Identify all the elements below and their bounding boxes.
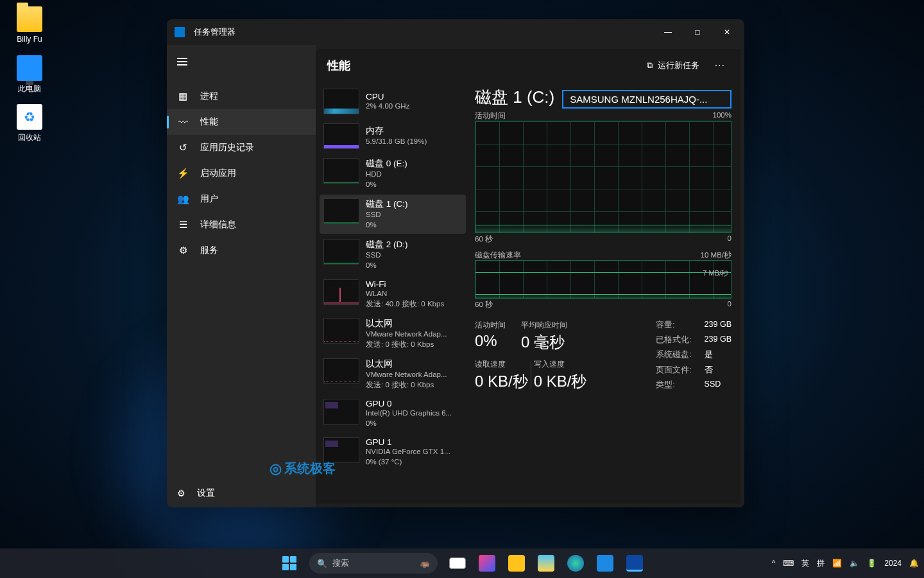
perf-sub1: VMware Network Adap... [366, 329, 447, 340]
read-speed-value: 0 KB/秒 [475, 371, 528, 392]
nav-icon: ⚙ [177, 245, 189, 256]
perf-thumb [323, 198, 359, 224]
transfer-graph-label: 磁盘传输速率 [475, 250, 521, 260]
perf-sub1: VMware Network Adap... [366, 370, 447, 380]
taskbar-app-store[interactable] [592, 550, 619, 577]
task-view-button[interactable] [444, 550, 471, 577]
performance-list[interactable]: CPU2% 4.00 GHz内存5.9/31.8 GB (19%)磁盘 0 (E… [316, 82, 470, 504]
prop-value: 239 GB [705, 335, 732, 347]
activity-graph [475, 121, 732, 233]
taskbar-app-taskmgr[interactable] [621, 550, 648, 577]
nav-label: 详细信息 [200, 219, 236, 231]
perf-item-2[interactable]: 磁盘 0 (E:)HDD0% [320, 154, 466, 193]
nav-label: 服务 [200, 245, 218, 256]
perf-sub1: Intel(R) UHD Graphics 6... [366, 408, 452, 419]
desktop-icon-recycle-bin[interactable]: 回收站 [4, 104, 55, 143]
ime-lang[interactable]: 英 [801, 558, 809, 569]
perf-sub1: WLAN [366, 289, 444, 299]
detail-title: 磁盘 1 (C:) [475, 86, 554, 109]
desktop-icon-folder[interactable]: Billy Fu [4, 6, 55, 44]
perf-thumb [323, 318, 359, 344]
search-icon: 🔍 [317, 559, 327, 568]
transfer-mid: 7 MB/秒 [703, 268, 728, 278]
watermark: 系统极客 [270, 460, 336, 477]
sidebar-item-2[interactable]: ↺应用历史记录 [167, 135, 316, 161]
perf-thumb [323, 89, 359, 114]
tray-chevron-up-icon[interactable]: ^ [772, 559, 776, 568]
nav-icon: ⚡ [177, 168, 189, 179]
prop-key: 系统磁盘: [656, 349, 691, 362]
search-placeholder: 搜索 [332, 557, 349, 569]
perf-item-8[interactable]: GPU 0Intel(R) UHD Graphics 6...0% [320, 395, 466, 432]
time-axis-right: 0 [728, 234, 732, 244]
activity-time-label: 活动时间 [475, 320, 506, 331]
start-button[interactable] [276, 550, 303, 577]
perf-title: 磁盘 1 (C:) [366, 198, 408, 210]
titlebar[interactable]: 任务管理器 — □ ✕ [167, 19, 744, 45]
sidebar-item-0[interactable]: ▦进程 [167, 83, 316, 109]
taskbar-app-edge[interactable] [562, 550, 589, 577]
search-badge-icon: 🦛 [420, 559, 430, 568]
activity-time-value: 0% [475, 332, 506, 350]
tray-keyboard-icon[interactable]: ⌨ [783, 559, 794, 568]
perf-title: 磁盘 2 (D:) [366, 239, 408, 250]
perf-item-5[interactable]: Wi-FiWLAN发送: 40.0 接收: 0 Kbps [320, 276, 466, 313]
tray-volume-icon[interactable]: 🔈 [850, 559, 859, 568]
desktop-icon-label: 此电脑 [4, 83, 55, 94]
perf-item-9[interactable]: GPU 1NVIDIA GeForce GTX 1...0% (37 °C) [320, 434, 466, 471]
perf-title: Wi-Fi [366, 279, 444, 289]
nav-icon: 👥 [177, 193, 189, 205]
sidebar-item-1[interactable]: 〰性能 [167, 109, 316, 135]
time-axis-left-2: 60 秒 [475, 300, 493, 310]
minimize-button[interactable]: — [653, 19, 683, 45]
tray-wifi-icon[interactable]: 📶 [832, 559, 842, 568]
taskbar-search[interactable]: 🔍 搜索 🦛 [309, 553, 438, 574]
nav-label: 性能 [200, 116, 218, 128]
perf-item-4[interactable]: 磁盘 2 (D:)SSD0% [320, 235, 466, 274]
sidebar-item-6[interactable]: ⚙服务 [167, 238, 316, 263]
prop-value: 否 [705, 365, 732, 377]
prop-key: 页面文件: [656, 365, 691, 377]
close-button[interactable]: ✕ [712, 19, 742, 45]
task-manager-window: 任务管理器 — □ ✕ ▦进程〰性能↺应用历史记录⚡启动应用👥用户☰详细信息⚙服… [167, 19, 744, 507]
perf-sub1: 5.9/31.8 GB (19%) [366, 137, 427, 147]
perf-thumb [323, 279, 359, 305]
sidebar: ▦进程〰性能↺应用历史记录⚡启动应用👥用户☰详细信息⚙服务 ⚙ 设置 [167, 45, 316, 507]
maximize-button[interactable]: □ [683, 19, 712, 45]
perf-item-1[interactable]: 内存5.9/31.8 GB (19%) [320, 119, 466, 153]
more-button[interactable]: ··· [711, 57, 729, 74]
nav-icon: 〰 [177, 116, 189, 128]
transfer-graph: 7 MB/秒 [475, 260, 732, 299]
perf-sub2: 0% [366, 220, 408, 231]
run-task-icon: ⧉ [647, 60, 653, 71]
tray-notification-icon[interactable]: 🔔 [909, 559, 919, 568]
perf-item-0[interactable]: CPU2% 4.00 GHz [320, 85, 466, 118]
tray-battery-icon[interactable]: 🔋 [867, 559, 877, 568]
taskbar-app-copilot[interactable] [474, 550, 501, 577]
perf-item-6[interactable]: 以太网VMware Network Adap...发送: 0 接收: 0 Kbp… [320, 314, 466, 353]
perf-thumb [323, 358, 359, 384]
ime-mode[interactable]: 拼 [817, 558, 825, 569]
disk-model-highlight: SAMSUNG MZNLN256HAJQ-... [562, 90, 732, 109]
run-new-task-button[interactable]: ⧉ 运行新任务 [642, 56, 705, 75]
main-panel: 性能 ⧉ 运行新任务 ··· CPU2% 4.00 GHz内存5.9/31.8 … [316, 49, 740, 504]
perf-sub1: 2% 4.00 GHz [366, 101, 409, 112]
window-title: 任务管理器 [194, 26, 653, 38]
desktop-icon-this-pc[interactable]: 此电脑 [4, 55, 55, 94]
sidebar-item-5[interactable]: ☰详细信息 [167, 212, 316, 238]
app-icon [175, 27, 185, 37]
tray-clock-year[interactable]: 2024 [884, 559, 902, 568]
sidebar-settings[interactable]: ⚙ 设置 [167, 479, 316, 507]
perf-sub2: 0% (37 °C) [366, 457, 450, 468]
taskbar-app-explorer[interactable] [503, 550, 530, 577]
hamburger-button[interactable] [169, 50, 195, 73]
sidebar-item-4[interactable]: 👥用户 [167, 186, 316, 212]
avg-response-label: 平均响应时间 [521, 320, 567, 331]
nav-label: 应用历史记录 [200, 142, 254, 153]
taskbar-app-explorer2[interactable] [533, 550, 560, 577]
taskbar: 🔍 搜索 🦛 ^ ⌨ 英 拼 📶 🔈 🔋 2024 🔔 [0, 548, 924, 578]
perf-item-3[interactable]: 磁盘 1 (C:)SSD0% [320, 195, 466, 234]
perf-item-7[interactable]: 以太网VMware Network Adap...发送: 0 接收: 0 Kbp… [320, 355, 466, 394]
activity-graph-label: 活动时间 [475, 111, 506, 121]
sidebar-item-3[interactable]: ⚡启动应用 [167, 161, 316, 186]
